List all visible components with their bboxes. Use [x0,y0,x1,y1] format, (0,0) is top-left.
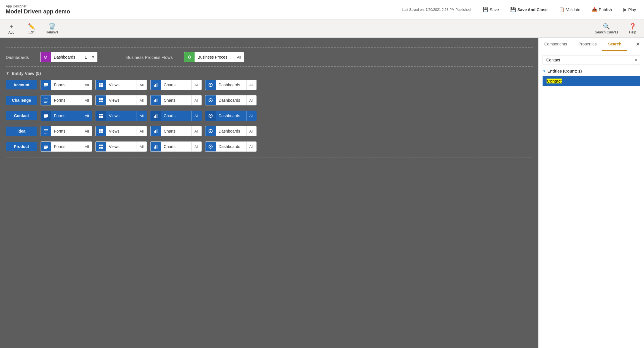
svg-rect-16 [44,102,47,103]
search-box-wrap: ✕ [543,55,640,65]
remove-button[interactable]: 🗑️ Remove [46,23,59,34]
comp-pill-account-forms[interactable]: FormsAll [41,80,92,90]
entities-section: ▼ Entities (Count: 1) Contact [543,69,640,86]
save-and-close-button[interactable]: 💾 Save And Close [508,6,550,13]
comp-pill-idea-views[interactable]: ViewsAll [95,126,147,136]
comp-pill-contact-charts[interactable]: ChartsAll [150,111,202,121]
svg-rect-46 [101,131,103,133]
forms-badge: All [82,126,92,136]
svg-rect-36 [157,114,157,118]
comp-pill-challenge-dashboards[interactable]: DashboardsAll [205,95,257,105]
entities-collapse-icon: ▼ [543,69,546,73]
entity-view-header: ▼ Entity View (5) [6,71,533,76]
add-button[interactable]: ＋ Add [6,22,17,35]
svg-point-12 [210,84,211,85]
svg-point-64 [210,146,211,147]
comp-pill-challenge-forms[interactable]: FormsAll [41,95,92,105]
entities-header[interactable]: ▼ Entities (Count: 1) [543,69,640,73]
entity-button-product[interactable]: Product [6,142,37,151]
play-button[interactable]: ▶ Play [621,6,638,13]
views-icon [96,126,106,136]
bpf-pill-label: Business Proces... [195,55,234,59]
comp-pill-idea-charts[interactable]: ChartsAll [150,126,202,136]
entity-row: ChallengeFormsAllViewsAllChartsAllDashbo… [6,95,533,105]
charts-label: Charts [161,129,191,133]
dashboards-icon [205,126,216,136]
edit-button[interactable]: ✏️ Edit [26,23,37,34]
comp-pill-challenge-views[interactable]: ViewsAll [95,95,147,105]
svg-rect-14 [44,100,48,100]
entity-button-contact[interactable]: Contact [6,111,37,120]
tab-search[interactable]: Search [602,38,627,51]
canvas-area[interactable]: Dashboards ⊙ Dashboards 1 ▼ Business Pro… [0,38,538,348]
charts-badge: All [191,80,201,90]
svg-rect-59 [101,147,103,149]
entity-view-collapse[interactable]: ▼ [6,71,9,75]
comp-pill-contact-views[interactable]: ViewsAll [95,111,147,121]
comp-pill-account-views[interactable]: ViewsAll [95,80,147,90]
dashboards-badge: All [246,80,256,90]
views-badge: All [137,111,147,121]
svg-rect-33 [101,116,103,118]
comp-pill-account-dashboards[interactable]: DashboardsAll [205,80,257,90]
entity-button-idea[interactable]: Idea [6,127,37,136]
comp-pill-idea-dashboards[interactable]: DashboardsAll [205,126,257,136]
comp-pill-product-charts[interactable]: ChartsAll [150,141,202,152]
charts-icon [151,111,161,121]
validate-button[interactable]: 📋 Validate [557,6,583,13]
entity-result-contact[interactable]: Contact [543,76,640,86]
publish-button[interactable]: 📤 Publish [589,6,614,13]
tab-components[interactable]: Components [539,38,573,51]
tab-properties[interactable]: Properties [573,38,602,51]
comp-pill-contact-forms[interactable]: FormsAll [41,111,92,121]
svg-rect-58 [99,147,101,149]
dashboards-badge: All [246,142,256,151]
contact-highlight: Contact [547,79,562,83]
svg-rect-31 [101,114,103,115]
svg-rect-8 [154,85,155,87]
search-clear-button[interactable]: ✕ [634,57,638,63]
svg-rect-34 [154,116,155,118]
svg-rect-54 [44,147,48,148]
entity-button-account[interactable]: Account [6,80,37,89]
search-input[interactable] [543,55,640,65]
bottom-divider [6,157,533,157]
charts-badge: All [191,95,201,105]
comp-pill-challenge-charts[interactable]: ChartsAll [150,95,202,105]
comp-pill-product-views[interactable]: ViewsAll [95,141,147,152]
dashboards-badge: All [246,111,256,121]
forms-icon [41,126,51,136]
entity-button-challenge[interactable]: Challenge [6,96,37,105]
help-button[interactable]: ❓ Help [627,23,638,34]
forms-icon [41,95,51,105]
svg-rect-44 [101,129,103,131]
remove-icon: 🗑️ [49,23,56,30]
svg-rect-41 [44,132,48,132]
mid-divider [6,66,533,67]
comp-pill-account-charts[interactable]: ChartsAll [150,80,202,90]
views-icon [96,80,106,90]
charts-label: Charts [161,83,191,87]
panel-close-button[interactable]: ✕ [632,38,644,51]
svg-rect-35 [155,115,156,118]
dashboards-pill-count: 1 [82,55,89,59]
bpf-pill[interactable]: ⚙ Business Proces... All [184,52,244,62]
search-canvas-button[interactable]: 🔍 Search Canvas [595,23,618,34]
dashboards-pill[interactable]: ⊙ Dashboards 1 ▼ [40,52,97,62]
comp-pill-product-forms[interactable]: FormsAll [41,141,92,152]
forms-icon [41,142,51,151]
search-canvas-icon: 🔍 [603,23,610,30]
dashboards-label: Dashboards [6,55,29,60]
svg-rect-42 [44,133,47,133]
panel-tabs: Components Properties Search ✕ [539,38,644,51]
comp-pill-contact-dashboards[interactable]: DashboardsAll [205,111,257,121]
charts-icon [151,95,161,105]
forms-icon [41,80,51,90]
svg-rect-57 [101,145,103,146]
comp-pill-idea-forms[interactable]: FormsAll [41,126,92,136]
svg-rect-55 [44,148,47,149]
save-button[interactable]: 💾 Save [480,6,501,13]
comp-pill-product-dashboards[interactable]: DashboardsAll [205,141,257,152]
svg-rect-10 [157,83,157,87]
svg-rect-47 [154,131,155,133]
